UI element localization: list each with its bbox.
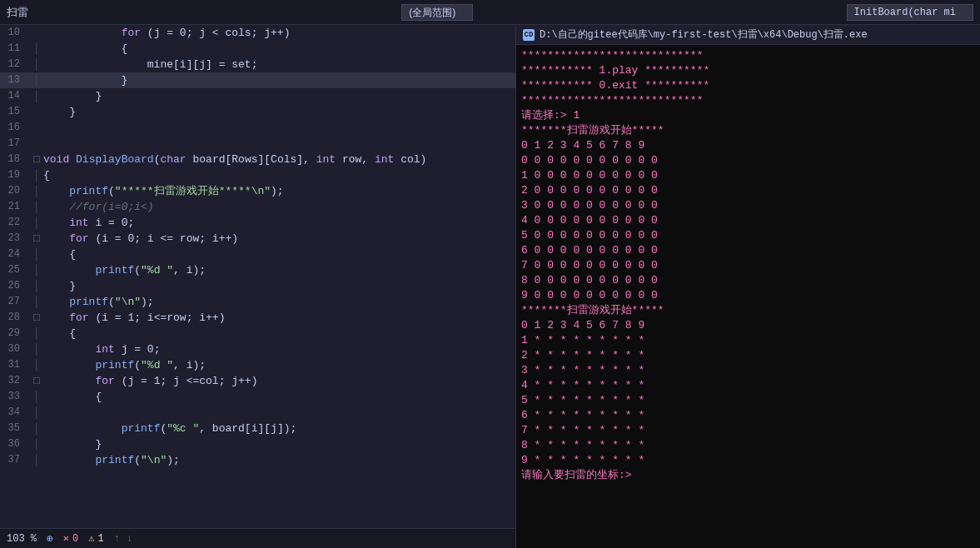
line-number: 30	[0, 341, 30, 357]
terminal-line: 4 0 0 0 0 0 0 0 0 0 0	[521, 213, 975, 228]
line-number: 27	[0, 294, 30, 310]
line-number: 25	[0, 262, 30, 278]
code-line: 34│	[0, 405, 515, 421]
code-line: 32□ for (j = 1; j <=col; j++)	[0, 373, 515, 389]
terminal-line: 8 0 0 0 0 0 0 0 0 0 0	[521, 273, 975, 288]
code-area: 10 for (j = 0; j < cols; j++)11│ {12│ mi…	[0, 25, 515, 528]
line-content: {	[43, 326, 515, 341]
line-marker: │	[30, 294, 43, 310]
scroll-controls: ↑ ↓	[114, 533, 132, 545]
error-icon: ✕	[63, 532, 69, 545]
code-line: 36│ }	[0, 436, 515, 452]
line-content: }	[43, 278, 515, 294]
code-line: 21│ //for(i=0;i<)	[0, 199, 515, 215]
terminal-line: 2 0 0 0 0 0 0 0 0 0 0	[521, 183, 975, 198]
cursor-icon: ⊕	[47, 532, 53, 546]
line-number: 13	[0, 72, 30, 88]
line-marker: │	[30, 389, 43, 405]
line-number: 17	[0, 136, 30, 152]
line-number: 26	[0, 278, 30, 294]
scroll-up-button[interactable]: ↑	[114, 533, 120, 545]
line-number: 16	[0, 120, 30, 136]
terminal-line: 请选择:> 1	[521, 108, 975, 123]
status-bar: 103 % ⊕ ✕ 0 ⚠ 1 ↑ ↓	[0, 528, 515, 548]
line-number: 18	[0, 152, 30, 167]
zoom-level: 103 %	[7, 533, 37, 545]
line-marker: │	[30, 341, 43, 357]
line-marker: □	[30, 373, 43, 389]
line-content: {	[43, 167, 515, 183]
line-number: 36	[0, 436, 30, 452]
terminal-line: 3 * * * * * * * * *	[521, 363, 975, 378]
line-marker: │	[30, 167, 43, 183]
editor-panel: 10 for (j = 0; j < cols; j++)11│ {12│ mi…	[0, 25, 516, 548]
line-number: 12	[0, 57, 30, 72]
code-line: 29│ {	[0, 326, 515, 341]
top-bar: 扫雷 (全局范围) InitBoard(char mi	[0, 0, 980, 25]
line-content: mine[i][j] = set;	[43, 57, 515, 72]
line-number: 14	[0, 88, 30, 104]
code-line: 11│ {	[0, 41, 515, 57]
line-number: 29	[0, 326, 30, 341]
scope-selector[interactable]: (全局范围)	[401, 4, 473, 21]
line-content: for (j = 1; j <=col; j++)	[43, 373, 515, 389]
terminal-line: 7 0 0 0 0 0 0 0 0 0 0	[521, 258, 975, 273]
line-marker: │	[30, 199, 43, 215]
terminal-path: D:\自己的gitee代码库\my-first-test\扫雷\x64\Debu…	[540, 27, 868, 42]
line-content: int i = 0;	[43, 215, 515, 231]
line-marker: □	[30, 231, 43, 247]
line-content: }	[43, 104, 515, 120]
terminal-line: *******扫雷游戏开始*****	[521, 303, 975, 318]
code-line: 19│{	[0, 167, 515, 183]
line-content: {	[43, 389, 515, 405]
code-line: 10 for (j = 0; j < cols; j++)	[0, 25, 515, 41]
line-number: 21	[0, 199, 30, 215]
terminal-line: *********** 1.play **********	[521, 63, 975, 78]
terminal-line: 0 1 2 3 4 5 6 7 8 9	[521, 318, 975, 333]
line-content	[43, 405, 515, 421]
line-content: for (i = 1; i<=row; i++)	[43, 310, 515, 326]
line-marker: │	[30, 215, 43, 231]
line-content: //for(i=0;i<)	[43, 199, 515, 215]
scroll-down-button[interactable]: ↓	[127, 533, 132, 545]
line-content: {	[43, 247, 515, 262]
line-marker: │	[30, 41, 43, 57]
line-content: printf("*****扫雷游戏开始*****\n");	[43, 183, 515, 199]
terminal-icon: CD	[523, 29, 535, 41]
terminal-content[interactable]: *************************************** …	[516, 45, 980, 548]
terminal-line: ****************************	[521, 93, 975, 108]
line-content: printf("\n");	[43, 452, 515, 468]
code-line: 30│ int j = 0;	[0, 341, 515, 357]
func-label: InitBoard(char mi	[847, 4, 973, 21]
line-number: 31	[0, 357, 30, 373]
terminal-line: 4 * * * * * * * * *	[521, 378, 975, 393]
terminal-line: 8 * * * * * * * * *	[521, 438, 975, 453]
code-line: 14│ }	[0, 88, 515, 104]
terminal-line: 请输入要扫雷的坐标:>	[521, 468, 975, 483]
line-marker: │	[30, 72, 43, 88]
line-marker: □	[30, 310, 43, 326]
line-marker: │	[30, 436, 43, 452]
code-line: 24│ {	[0, 247, 515, 262]
line-content: }	[43, 72, 515, 88]
line-number: 19	[0, 167, 30, 183]
top-bar-center: (全局范围)	[38, 4, 837, 21]
code-line: 31│ printf("%d ", i);	[0, 357, 515, 373]
line-marker: │	[30, 57, 43, 72]
line-marker: │	[30, 278, 43, 294]
terminal-line: ****************************	[521, 48, 975, 63]
code-line: 26│ }	[0, 278, 515, 294]
terminal-line: 6 * * * * * * * * *	[521, 408, 975, 423]
code-line: 33│ {	[0, 389, 515, 405]
line-marker: □	[30, 152, 43, 167]
code-line: 37│ printf("\n");	[0, 452, 515, 468]
terminal-line: 7 * * * * * * * * *	[521, 423, 975, 438]
line-content: void DisplayBoard(char board[Rows][Cols]…	[43, 152, 515, 167]
code-line: 13│ }	[0, 72, 515, 88]
code-line: 17	[0, 136, 515, 152]
line-marker: │	[30, 262, 43, 278]
terminal-line: 5 0 0 0 0 0 0 0 0 0 0	[521, 228, 975, 243]
line-number: 10	[0, 25, 30, 41]
code-line: 25│ printf("%d ", i);	[0, 262, 515, 278]
terminal-line: 0 1 2 3 4 5 6 7 8 9	[521, 138, 975, 153]
